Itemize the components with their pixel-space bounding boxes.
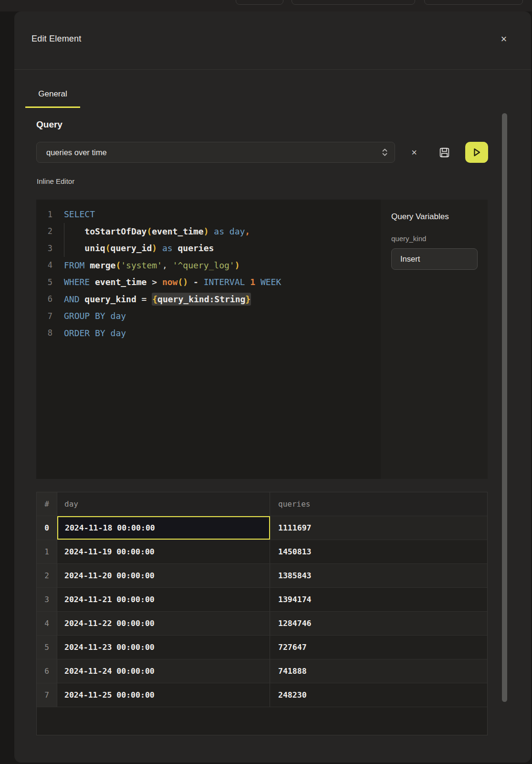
line-number: 6	[36, 294, 52, 304]
query-variable-chip[interactable]: {query_kind:String}	[152, 293, 251, 306]
line-number: 7	[36, 311, 52, 321]
line-number: 1	[36, 210, 52, 219]
cell-queries[interactable]: 1450813	[270, 540, 487, 563]
variable-name-label: query_kind	[391, 234, 478, 243]
cell-day[interactable]: 2024-11-21 00:00:00	[57, 588, 270, 611]
cell-day[interactable]: 2024-11-23 00:00:00	[57, 636, 270, 659]
cell-queries[interactable]: 1385843	[270, 564, 487, 587]
code-line[interactable]: 5WHERE event_time > now() - INTERVAL 1 W…	[36, 274, 381, 291]
table-row: 72024-11-25 00:00:00248230	[37, 683, 487, 707]
save-icon[interactable]	[437, 146, 451, 159]
code-text: FROM merge('system', '^query_log')	[64, 260, 240, 270]
column-header-index[interactable]: #	[37, 492, 57, 516]
code-text: toStartOfDay(event_time) as day,	[64, 226, 250, 236]
cell-queries[interactable]: 741888	[270, 659, 487, 683]
row-index-cell[interactable]: 2	[37, 564, 57, 587]
cell-queries[interactable]: 1111697	[270, 516, 487, 540]
cell-day[interactable]: 2024-11-25 00:00:00	[57, 683, 270, 707]
table-footer-strip	[37, 707, 487, 735]
cell-day[interactable]: 2024-11-22 00:00:00	[57, 612, 270, 635]
results-table-header: # day queries	[37, 492, 487, 516]
dialog-title: Edit Element	[31, 34, 81, 44]
table-row: 22024-11-20 00:00:001385843	[37, 563, 487, 587]
indent-guide	[64, 240, 64, 257]
query-select[interactable]: queries over time	[36, 142, 395, 163]
code-line[interactable]: 6AND query_kind = {query_kind:String}	[36, 291, 381, 308]
header-divider	[14, 69, 531, 70]
table-row: 02024-11-18 00:00:001111697	[37, 516, 487, 540]
column-header-day[interactable]: day	[57, 492, 270, 516]
run-query-button[interactable]	[465, 142, 488, 163]
results-table: # day queries 02024-11-18 00:00:00111169…	[36, 492, 488, 735]
code-line[interactable]: 7GROUP BY day	[36, 308, 381, 325]
row-index-cell[interactable]: 7	[37, 683, 57, 707]
row-index-cell[interactable]: 4	[37, 612, 57, 635]
cell-queries[interactable]: 248230	[270, 683, 487, 707]
close-icon[interactable]: ×	[497, 32, 511, 46]
code-text: SELECT	[64, 209, 95, 219]
line-number: 5	[36, 277, 52, 287]
table-row: 62024-11-24 00:00:00741888	[37, 659, 487, 683]
code-line[interactable]: 8ORDER BY day	[36, 325, 381, 342]
code-area[interactable]: 1SELECT2 toStartOfDay(event_time) as day…	[36, 200, 381, 479]
line-number: 4	[36, 260, 52, 270]
table-row: 32024-11-21 00:00:001394174	[37, 587, 487, 611]
sql-editor[interactable]: 1SELECT2 toStartOfDay(event_time) as day…	[36, 200, 488, 479]
cell-queries[interactable]: 727647	[270, 636, 487, 659]
row-index-cell[interactable]: 0	[37, 516, 57, 540]
code-line[interactable]: 2 toStartOfDay(event_time) as day,	[36, 223, 381, 240]
code-text: ORDER BY day	[64, 328, 126, 338]
code-text: GROUP BY day	[64, 311, 126, 321]
clear-query-icon[interactable]: ×	[407, 146, 422, 159]
code-text: uniq(query_id) as queries	[64, 243, 214, 253]
row-index-cell[interactable]: 6	[37, 659, 57, 683]
query-section-heading: Query	[36, 119, 63, 130]
play-icon	[471, 147, 482, 158]
insert-variable-button[interactable]: Insert	[391, 248, 478, 270]
code-line[interactable]: 3 uniq(query_id) as queries	[36, 240, 381, 257]
row-index-cell[interactable]: 3	[37, 588, 57, 611]
vertical-scrollbar[interactable]	[502, 113, 507, 702]
query-variables-title: Query Variables	[391, 212, 478, 222]
tab-general[interactable]: General	[25, 89, 80, 108]
cell-day-selected[interactable]: 2024-11-18 00:00:00	[57, 516, 270, 540]
table-row: 12024-11-19 00:00:001450813	[37, 540, 487, 563]
cell-queries[interactable]: 1284746	[270, 612, 487, 635]
code-line[interactable]: 4FROM merge('system', '^query_log')	[36, 257, 381, 274]
line-number: 3	[36, 244, 52, 253]
inline-editor-label: Inline Editor	[37, 177, 74, 185]
cell-day[interactable]: 2024-11-19 00:00:00	[57, 540, 270, 563]
cell-day[interactable]: 2024-11-24 00:00:00	[57, 659, 270, 683]
line-number: 8	[36, 328, 52, 338]
row-index-cell[interactable]: 5	[37, 636, 57, 659]
code-text: AND query_kind = {query_kind:String}	[64, 294, 251, 304]
cell-queries[interactable]: 1394174	[270, 588, 487, 611]
table-row: 42024-11-22 00:00:001284746	[37, 611, 487, 635]
table-row: 52024-11-23 00:00:00727647	[37, 635, 487, 659]
select-updown-icon	[382, 148, 388, 157]
row-index-cell[interactable]: 1	[37, 540, 57, 563]
edit-element-dialog: Edit Element × General Query queries ove…	[14, 11, 531, 763]
query-variables-panel: Query Variables query_kind Insert	[381, 200, 488, 479]
code-line[interactable]: 1SELECT	[36, 206, 381, 223]
indent-guide	[64, 223, 64, 240]
line-number: 2	[36, 226, 52, 236]
background-button	[236, 0, 283, 5]
query-select-value: queries over time	[46, 148, 382, 157]
cell-day[interactable]: 2024-11-20 00:00:00	[57, 564, 270, 587]
background-button	[292, 0, 415, 5]
column-header-queries[interactable]: queries	[270, 492, 487, 516]
background-button	[424, 0, 523, 5]
code-text: WHERE event_time > now() - INTERVAL 1 WE…	[64, 277, 281, 287]
background-toolbar	[0, 0, 532, 11]
